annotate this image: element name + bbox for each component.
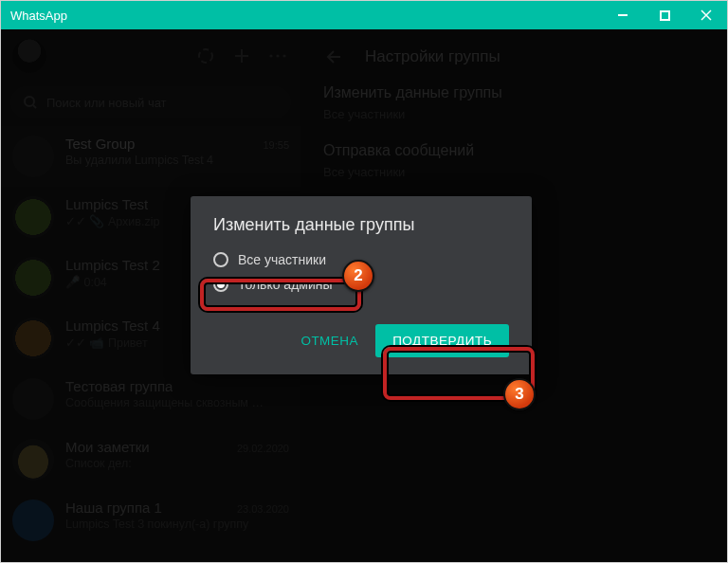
edit-group-info-dialog: Изменить данные группы Все участники Тол… (191, 196, 532, 374)
window-maximize-button[interactable] (644, 1, 685, 29)
app-window: WhatsApp (0, 0, 728, 563)
window-title: WhatsApp (10, 9, 67, 23)
confirm-button[interactable]: ПОДТВЕРДИТЬ (375, 324, 509, 357)
dialog-title: Изменить данные группы (213, 215, 509, 235)
radio-icon (213, 277, 228, 292)
window-minimize-button[interactable] (602, 1, 644, 29)
radio-label: Только админы (238, 277, 333, 292)
titlebar: WhatsApp (1, 1, 727, 29)
radio-all-participants[interactable]: Все участники (213, 252, 509, 267)
svg-rect-1 (661, 11, 669, 20)
radio-label: Все участники (238, 252, 326, 267)
window-close-button[interactable] (685, 1, 727, 29)
cancel-button[interactable]: ОТМЕНА (300, 334, 358, 348)
radio-only-admins[interactable]: Только админы (213, 277, 509, 292)
radio-icon (213, 252, 228, 267)
dialog-actions: ОТМЕНА ПОДТВЕРДИТЬ (213, 324, 509, 357)
